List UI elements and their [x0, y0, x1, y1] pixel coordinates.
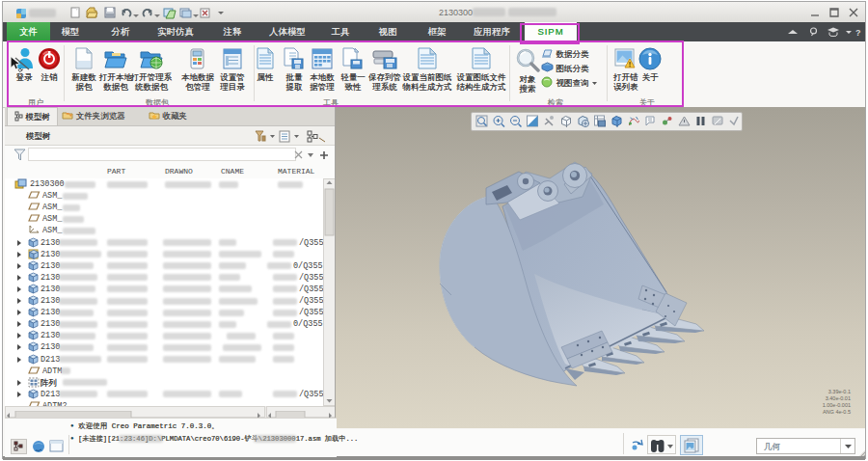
svg-text:1.00e-0.001: 1.00e-0.001: [823, 402, 851, 408]
svg-text:3.39e-0.1: 3.39e-0.1: [828, 389, 851, 394]
svg-text:?: ?: [855, 28, 861, 38]
svg-text:ANG 4e-0.5: ANG 4e-0.5: [823, 409, 851, 415]
svg-text:3.40e-0.01: 3.40e-0.01: [826, 395, 851, 401]
